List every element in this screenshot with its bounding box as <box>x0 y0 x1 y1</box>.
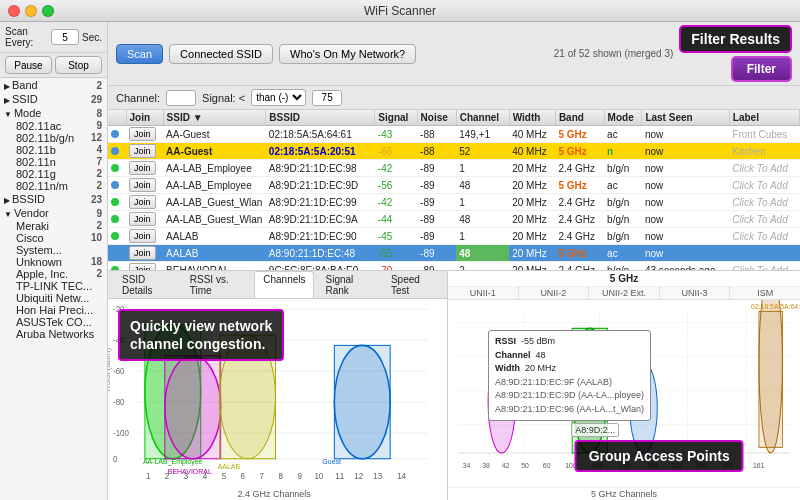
sidebar-item-80211n[interactable]: 802.11n 7 <box>0 156 107 168</box>
join-button[interactable]: Join <box>129 212 156 226</box>
sidebar-count-bssid: 23 <box>91 194 102 205</box>
pause-button[interactable]: Pause <box>5 56 52 74</box>
join-button[interactable]: Join <box>129 229 156 243</box>
cell-join: Join <box>126 194 163 211</box>
cell-join: Join <box>126 126 163 143</box>
svg-text:5: 5 <box>222 472 227 481</box>
cell-label[interactable]: Click To Add <box>729 262 799 271</box>
cell-ssid: AALAB <box>163 228 266 245</box>
cell-label[interactable]: Click To Add <box>729 194 799 211</box>
sidebar-item-80211b[interactable]: 802.11b 4 <box>0 144 107 156</box>
shown-count: 21 of 52 shown (merged 3) <box>554 48 674 59</box>
whos-on-my-network-button[interactable]: Who's On My Network? <box>279 44 416 64</box>
sidebar-count-80211bgn: 12 <box>91 132 102 144</box>
scan-every-input[interactable] <box>51 29 79 45</box>
table-row[interactable]: Join AA-Guest 02:18:5A:5A:64:61 -43 -88 … <box>108 126 800 143</box>
sidebar-item-band[interactable]: ▶Band 2 <box>0 78 107 92</box>
cell-noise: -88 <box>417 126 456 143</box>
svg-text:-80: -80 <box>113 398 125 407</box>
sidebar-label-aruba: Aruba Networks <box>16 328 94 340</box>
unii3-label: UNII-3 <box>660 287 731 299</box>
sidebar-item-cisco[interactable]: Cisco System... 10 <box>0 232 107 256</box>
sidebar-item-honhai[interactable]: Hon Hai Preci... <box>0 304 107 316</box>
svg-text:1: 1 <box>146 472 151 481</box>
sidebar-item-80211g[interactable]: 802.11g 2 <box>0 168 107 180</box>
table-row[interactable]: Join AA-LAB_Guest_Wlan A8:9D:21:1D:EC:9A… <box>108 211 800 228</box>
close-button[interactable] <box>8 5 20 17</box>
sidebar-item-vendor[interactable]: ▼Vendor 9 <box>0 206 107 220</box>
cell-signal: -66 <box>375 143 417 160</box>
table-row[interactable]: Join AALAB A8:9D:21:1D:EC:90 -45 -89 1 2… <box>108 228 800 245</box>
sidebar-item-asus[interactable]: ASUSTek CO... <box>0 316 107 328</box>
cell-last-seen: now <box>642 143 729 160</box>
table-row[interactable]: Join BEHAVIORAL 9C:5C:8E:8A:BA:E0 -70 -8… <box>108 262 800 271</box>
cell-label[interactable] <box>729 245 799 262</box>
join-button[interactable]: Join <box>129 161 156 175</box>
svg-text:0: 0 <box>113 455 118 464</box>
join-button[interactable]: Join <box>129 144 156 158</box>
table-row[interactable]: Join AA-LAB_Employee A8:9D:21:1D:EC:9D -… <box>108 177 800 194</box>
sidebar-label-unknown: Unknown <box>16 256 62 268</box>
svg-rect-16 <box>165 356 221 459</box>
cell-label[interactable]: Click To Add <box>729 160 799 177</box>
cell-channel: 1 <box>456 228 509 245</box>
tab-ssid-details[interactable]: SSID Details <box>113 271 179 298</box>
join-button[interactable]: Join <box>129 178 156 192</box>
sidebar-item-mode[interactable]: ▼Mode 8 <box>0 106 107 120</box>
join-button[interactable]: Join <box>129 263 156 270</box>
svg-text:Guest: Guest <box>322 458 341 466</box>
sidebar-count-vendor: 9 <box>96 208 102 219</box>
filter-button[interactable]: Filter <box>731 56 792 82</box>
cell-label[interactable]: Click To Add <box>729 211 799 228</box>
tab-channels[interactable]: Channels <box>254 271 314 298</box>
join-button[interactable]: Join <box>129 246 156 260</box>
left-chart-panel: SSID Details RSSI vs. Time Channels Sign… <box>108 271 448 500</box>
cell-label[interactable]: Front Cubes <box>729 126 799 143</box>
svg-text:50: 50 <box>521 460 529 470</box>
signal-comparator-select[interactable]: than (-) <box>251 89 306 106</box>
sidebar-item-unknown[interactable]: Unknown 18 <box>0 256 107 268</box>
cell-join: Join <box>126 177 163 194</box>
cell-label[interactable]: Click To Add <box>729 228 799 245</box>
sidebar-item-80211ac[interactable]: 802.11ac 9 <box>0 120 107 132</box>
sidebar-item-bssid[interactable]: ▶BSSID 23 <box>0 192 107 206</box>
scan-buttons-row: Pause Stop <box>0 53 107 78</box>
cell-channel: 48 <box>456 177 509 194</box>
sidebar-item-apple[interactable]: Apple, Inc. 2 <box>0 268 107 280</box>
tab-speed-test[interactable]: Speed Test <box>382 271 442 298</box>
minimize-button[interactable] <box>25 5 37 17</box>
connected-ssid-button[interactable]: Connected SSID <box>169 44 273 64</box>
channel-filter-label: Channel: <box>116 92 160 104</box>
signal-value-input[interactable] <box>312 90 342 106</box>
table-row[interactable]: Join AALAB A8:90:21:1D:EC:48 -55 -89 48 … <box>108 245 800 262</box>
sidebar-item-tplink[interactable]: TP-LINK TEC... <box>0 280 107 292</box>
sidebar-item-aruba[interactable]: Aruba Networks <box>0 328 107 340</box>
table-row[interactable]: Join AA-LAB_Employee A8:9D:21:1D:EC:98 -… <box>108 160 800 177</box>
cell-last-seen: now <box>642 177 729 194</box>
cell-label[interactable]: Click To Add <box>729 177 799 194</box>
col-channel: Channel <box>456 110 509 126</box>
cell-width: 20 MHz <box>509 245 555 262</box>
sidebar-item-ubiquiti[interactable]: Ubiquiti Netw... <box>0 292 107 304</box>
cell-last-seen: now <box>642 245 729 262</box>
cell-mode: ac <box>604 245 642 262</box>
cell-mode: ac <box>604 177 642 194</box>
sidebar-item-ssid[interactable]: ▶SSID 29 <box>0 92 107 106</box>
cell-mode: b/g/n <box>604 160 642 177</box>
sidebar-item-meraki[interactable]: Meraki 2 <box>0 220 107 232</box>
sidebar-item-80211nm[interactable]: 802.11n/m 2 <box>0 180 107 192</box>
join-button[interactable]: Join <box>129 127 156 141</box>
channel-filter-input[interactable] <box>166 90 196 106</box>
tab-signal-rank[interactable]: Signal Rank <box>316 271 379 298</box>
scan-button[interactable]: Scan <box>116 44 163 64</box>
bottom-section: SSID Details RSSI vs. Time Channels Sign… <box>108 270 800 500</box>
stop-button[interactable]: Stop <box>55 56 102 74</box>
table-row[interactable]: Join AA-Guest 02:18:5A:5A:20:51 -66 -88 … <box>108 143 800 160</box>
tab-rssi-time[interactable]: RSSI vs. Time <box>181 271 252 298</box>
maximize-button[interactable] <box>42 5 54 17</box>
sidebar-item-80211bgn[interactable]: 802.11b/g/n 12 <box>0 132 107 144</box>
table-row[interactable]: Join AA-LAB_Guest_Wlan A8:9D:21:1D:EC:99… <box>108 194 800 211</box>
cell-label[interactable]: Kitchen <box>729 143 799 160</box>
svg-text:AA-LAB_Employee: AA-LAB_Employee <box>143 458 203 466</box>
join-button[interactable]: Join <box>129 195 156 209</box>
